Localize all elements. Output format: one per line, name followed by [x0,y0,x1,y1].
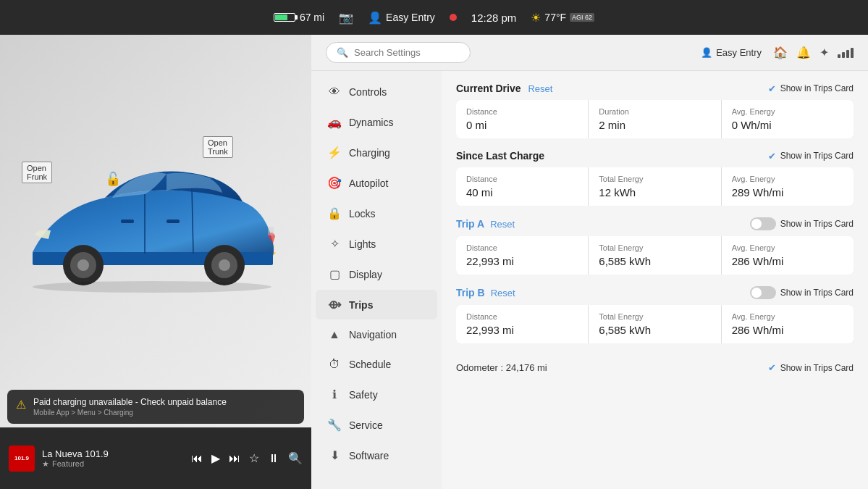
odometer-label-value: Odometer : 24,176 mi [456,362,547,373]
safety-icon: ℹ [327,388,342,401]
bell-icon[interactable]: 🔔 [796,46,811,59]
odometer-label: Odometer : [456,362,503,373]
trip-a-stat-2: Avg. Energy 286 Wh/mi [722,236,854,275]
trip-a-reset[interactable]: Reset [490,219,515,230]
signal-bars [838,48,854,58]
odometer-value: 24,176 mi [506,362,547,373]
current-drive-check-icon: ✔ [768,83,776,94]
current-drive-show-trips[interactable]: ✔ Show in Trips Card [768,83,854,94]
trip-a-show-label: Show in Trips Card [780,219,854,229]
lights-label: Lights [349,238,376,250]
lights-icon: ✧ [327,237,342,251]
display-icon: ▢ [327,267,342,281]
sidebar-item-schedule[interactable]: ⏱ Schedule [316,350,437,379]
current-drive-title: Current Drive [456,83,521,94]
equalizer-button[interactable]: ⏸ [268,452,279,465]
station-number: 101.9 [14,455,29,461]
controls-label: Controls [349,86,387,98]
odometer-row: Odometer : 24,176 mi ✔ Show in Trips Car… [456,355,854,380]
trip-a-toggle[interactable] [750,217,776,230]
trip-b-stat-1: Total Energy 6,585 kWh [589,305,720,343]
software-label: Software [349,450,389,461]
odometer-show-label: Show in Trips Card [780,363,854,373]
weather-info: ☀ 77°F AGI 62 [531,11,594,25]
sidebar-item-display[interactable]: ▢ Display [316,259,437,289]
sidebar-item-safety[interactable]: ℹ Safety [316,380,437,409]
dynamics-label: Dynamics [349,117,393,128]
next-track-button[interactable]: ⏭ [229,452,240,465]
trip-b-show-trips[interactable]: Show in Trips Card [750,286,854,299]
header-icons: 🏠 🔔 ✦ [773,46,854,59]
sidebar-item-autopilot[interactable]: 🎯 Autopilot [316,168,437,198]
trip-a-stat-1: Total Energy 6,585 kWh [589,236,720,275]
search-input[interactable] [354,47,448,58]
software-icon: ⬇ [327,448,342,462]
sidebar-item-dynamics[interactable]: 🚗 Dynamics [316,107,437,137]
trip-a-show-trips[interactable]: Show in Trips Card [750,217,854,230]
locks-label: Locks [349,208,376,220]
trip-b-label-reset: Trip B Reset [456,287,515,298]
sun-icon: ☀ [531,11,541,25]
since-last-charge-header: Since Last Charge ✔ Show in Trips Card [456,150,854,162]
svg-point-8 [219,259,230,271]
music-info: La Nueva 101.9 ★ Featured [42,448,184,469]
trip-a-section: Trip A Reset Show in Trips Card Dista [456,217,854,275]
sidebar-item-navigation[interactable]: ▲ Navigation [316,320,437,349]
home-icon[interactable]: 🏠 [773,46,788,59]
charging-label: Charging [349,147,390,159]
sidebar-item-controls[interactable]: 👁 Controls [316,78,437,106]
current-drive-reset[interactable]: Reset [528,83,552,94]
easy-entry-top-label: Easy Entry [386,12,435,23]
navigation-icon: ▲ [327,328,342,341]
aqi-badge: AGI 62 [570,13,594,22]
charging-icon: ⚡ [327,146,342,159]
sidebar-item-service[interactable]: 🔧 Service [316,410,437,440]
safety-label: Safety [349,389,378,401]
sidebar-item-trips[interactable]: ⟴ Trips [316,290,437,319]
trip-b-stat-0: Distance 22,993 mi [456,305,588,343]
bluetooth-icon[interactable]: ✦ [819,46,829,59]
easy-entry-header: 👤 Easy Entry [701,47,762,58]
svg-rect-11 [167,220,180,223]
favorite-button[interactable]: ☆ [249,451,259,465]
music-station-name: La Nueva 101.9 [42,448,184,459]
trip-a-stat-0: Distance 22,993 mi [456,236,588,275]
notification-banner[interactable]: ⚠ Paid charging unavailable - Check unpa… [7,390,304,424]
since-last-charge-check-icon: ✔ [768,151,776,162]
trip-b-title: Trip B [456,287,485,298]
service-icon: 🔧 [327,418,342,432]
sidebar-item-lights[interactable]: ✧ Lights [316,229,437,259]
since-last-charge-section: Since Last Charge ✔ Show in Trips Card D… [456,150,854,206]
prev-track-button[interactable]: ⏮ [191,452,203,465]
since-last-charge-title: Since Last Charge [456,150,544,162]
service-label: Service [349,419,383,431]
odometer-show-trips[interactable]: ✔ Show in Trips Card [768,362,854,373]
music-controls[interactable]: ⏮ ▶ ⏭ ☆ ⏸ 🔍 [191,451,303,465]
controls-icon: 👁 [327,85,342,99]
trip-b-header: Trip B Reset Show in Trips Card [456,286,854,299]
temperature: 77°F [544,12,566,23]
sidebar-item-locks[interactable]: 🔒 Locks [316,198,437,228]
since-last-charge-show-trips[interactable]: ✔ Show in Trips Card [768,151,854,162]
autopilot-icon: 🎯 [327,176,342,190]
car-background: Open Frunk Open Trunk 🔓 ⚡ [0,35,311,489]
svg-point-5 [77,259,89,271]
play-button[interactable]: ▶ [211,451,220,465]
since-last-charge-show-label: Show in Trips Card [780,151,854,161]
odometer-check-icon: ✔ [768,362,776,373]
search-music-button[interactable]: 🔍 [288,451,303,465]
trip-b-toggle[interactable] [750,286,776,299]
trips-content: Current Drive Reset ✔ Show in Trips Card… [442,71,868,489]
person-header-icon: 👤 [701,47,712,58]
station-logo: 101.9 [9,446,35,472]
schedule-label: Schedule [349,359,391,370]
sidebar-item-software[interactable]: ⬇ Software [316,440,437,470]
since-last-charge-stat-0: Distance 40 mi [456,167,588,206]
trip-a-stats: Distance 22,993 mi Total Energy 6,585 kW… [456,236,854,275]
trip-b-reset[interactable]: Reset [491,288,515,298]
since-last-charge-stats: Distance 40 mi Total Energy 12 kWh Avg. … [456,167,854,206]
search-input-wrap[interactable]: 🔍 [326,42,471,63]
display-label: Display [349,269,382,280]
trips-label: Trips [349,299,373,311]
sidebar-item-charging[interactable]: ⚡ Charging [316,138,437,167]
